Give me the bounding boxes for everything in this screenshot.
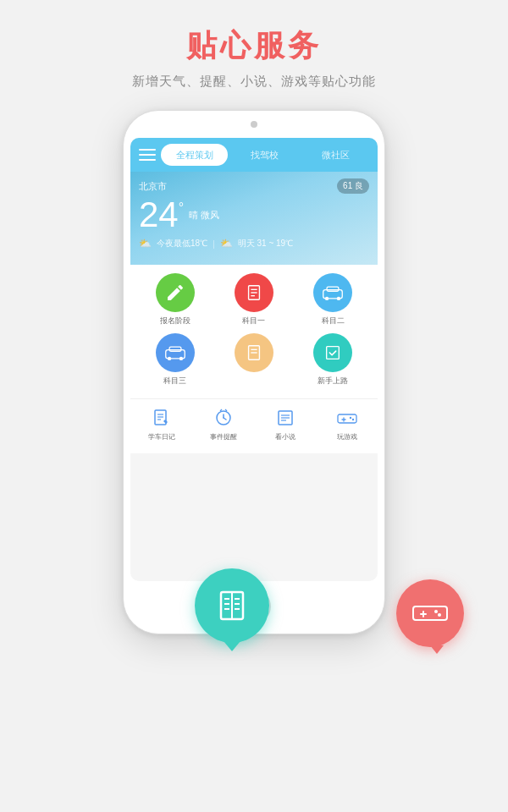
bottom-tabbar: 学车日记 事件提醒: [130, 398, 378, 453]
icon-label-kemu1: 科目一: [242, 315, 265, 326]
icon-circle-kemu3: [156, 333, 195, 372]
tab-quancheng[interactable]: 全程策划: [161, 144, 228, 166]
icon-circle-kemu1: [235, 273, 273, 312]
game-icon-bottom: [335, 406, 359, 430]
phone-screen: 全程策划 找驾校 微社区 北京市 61 良 24 ° 晴 微风: [130, 138, 378, 581]
icon-circle-newbie: [313, 333, 352, 372]
menu-icon[interactable]: [139, 149, 156, 161]
icon-newbie[interactable]: 新手上路: [307, 333, 358, 387]
weather-condition: 晴 微风: [189, 209, 219, 222]
tab-novel[interactable]: 看小说: [254, 406, 316, 442]
weather-city: 北京市: [139, 180, 167, 193]
phone-outer: 全程策划 找驾校 微社区 北京市 61 良 24 ° 晴 微风: [123, 110, 385, 634]
svg-point-6: [325, 297, 329, 300]
icons-row-2: 科目三: [135, 333, 373, 387]
tab-novel-label: 看小说: [275, 432, 295, 442]
weather-section: 北京市 61 良 24 ° 晴 微风 ⛅ 今夜最低18℃ | ⛅ 明天 31 ~…: [130, 172, 378, 265]
page-subtitle: 新增天气、提醒、小说、游戏等贴心功能: [0, 74, 508, 90]
svg-line-22: [224, 418, 226, 420]
bubble-game: [396, 579, 464, 647]
bubble-notebook: [195, 568, 269, 643]
app-navbar: 全程策划 找驾校 微社区: [130, 138, 378, 172]
diary-icon: [150, 406, 174, 430]
tab-weishequ[interactable]: 微社区: [302, 144, 369, 166]
tab-jiaxiao[interactable]: 找驾校: [231, 144, 298, 166]
page-title: 贴心服务: [0, 25, 508, 67]
icon-circle-placeholder: [235, 333, 273, 372]
page-background: 贴心服务 新增天气、提醒、小说、游戏等贴心功能 全程策划 找驾校 微社区: [0, 0, 508, 812]
svg-rect-9: [169, 347, 181, 351]
weather-tonight: 今夜最低18℃: [157, 238, 207, 250]
weather-temp: 24: [139, 197, 179, 233]
weather-city-row: 北京市 61 良: [139, 178, 369, 194]
icon-kemu2[interactable]: 科目二: [307, 273, 358, 326]
weather-divider: |: [213, 239, 215, 249]
weather-unit: °: [179, 200, 184, 216]
svg-point-10: [168, 357, 171, 360]
weather-tomorrow: 明天 31 ~ 19℃: [238, 238, 293, 250]
reminder-icon: [212, 406, 235, 430]
icon-label-kemu2: 科目二: [322, 315, 345, 326]
tab-diary-label: 学车日记: [148, 432, 175, 442]
svg-rect-5: [327, 287, 339, 291]
icon-baoming[interactable]: 报名阶段: [150, 273, 201, 326]
tab-diary[interactable]: 学车日记: [130, 406, 192, 442]
novel-icon: [273, 406, 297, 430]
icons-row-1: 报名阶段 科目一: [135, 273, 373, 326]
icon-kemu1[interactable]: 科目一: [229, 273, 279, 326]
phone-mockup: 全程策划 找驾校 微社区 北京市 61 良 24 ° 晴 微风: [123, 110, 385, 634]
weather-forecast: ⛅ 今夜最低18℃ | ⛅ 明天 31 ~ 19℃: [139, 238, 369, 250]
weather-aqi: 61 良: [337, 178, 369, 194]
weather-temp-row: 24 ° 晴 微风: [139, 197, 369, 233]
icon-circle-kemu2: [313, 273, 352, 312]
tab-game[interactable]: 玩游戏: [316, 406, 378, 442]
icon-placeholder: [229, 333, 279, 387]
nav-tabs: 全程策划 找驾校 微社区: [161, 144, 369, 166]
svg-rect-15: [327, 347, 340, 359]
phone-camera: [251, 121, 257, 128]
tab-reminder-label: 事件提醒: [210, 432, 237, 442]
icon-label-kemu3: 科目三: [163, 376, 186, 387]
cloud-icon-1: ⛅: [139, 238, 152, 250]
svg-point-32: [351, 419, 353, 420]
tab-reminder[interactable]: 事件提醒: [192, 406, 254, 442]
icon-label-baoming: 报名阶段: [160, 315, 190, 326]
svg-point-43: [434, 610, 438, 613]
svg-point-7: [337, 297, 340, 300]
svg-point-44: [438, 613, 441, 617]
svg-point-31: [349, 417, 351, 419]
icons-section: 报名阶段 科目一: [130, 265, 378, 398]
icon-label-newbie: 新手上路: [318, 376, 348, 387]
header-section: 贴心服务 新增天气、提醒、小说、游戏等贴心功能: [0, 0, 508, 107]
tab-game-label: 玩游戏: [337, 432, 357, 442]
svg-point-11: [179, 357, 182, 360]
icon-circle-baoming: [156, 273, 195, 312]
icon-kemu3[interactable]: 科目三: [150, 333, 201, 387]
cloud-icon-2: ⛅: [220, 238, 233, 250]
